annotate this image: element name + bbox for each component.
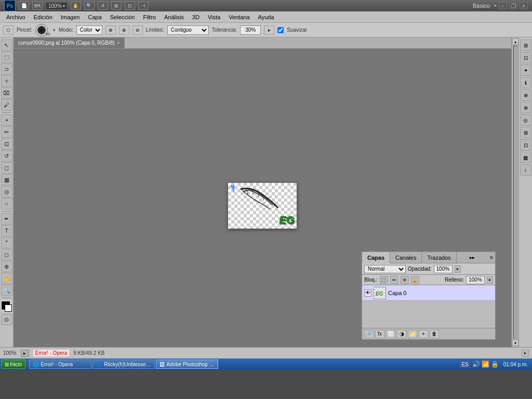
taskbar-network-icon[interactable]: 📶 bbox=[482, 361, 489, 368]
type-tool[interactable]: T bbox=[1, 225, 12, 236]
new-layer-btn[interactable]: + bbox=[419, 330, 428, 338]
menu-edicion[interactable]: Edición bbox=[30, 13, 57, 21]
right-btn-5[interactable]: ⊕ bbox=[520, 89, 531, 101]
lock-image[interactable]: ✏ bbox=[390, 276, 398, 284]
zoom-tool[interactable]: 🔍 bbox=[84, 2, 95, 10]
restore-button[interactable]: ❐ bbox=[509, 2, 517, 9]
delete-layer-btn[interactable]: 🗑 bbox=[430, 330, 439, 338]
3d-tool[interactable]: ⊕ bbox=[1, 261, 12, 272]
minimize-button[interactable]: − bbox=[499, 2, 507, 9]
tab-capas[interactable]: Capas bbox=[362, 252, 390, 263]
rect-select-tool[interactable]: ⬚ bbox=[1, 51, 12, 63]
right-btn-6[interactable]: ⊗ bbox=[520, 102, 531, 113]
add-style-btn[interactable]: fx bbox=[375, 330, 384, 338]
menu-3d[interactable]: 3D bbox=[188, 13, 204, 21]
menu-ayuda[interactable]: Ayuda bbox=[254, 13, 278, 21]
taskbar-item-0[interactable]: 🌐 Error! - Opera bbox=[29, 360, 91, 369]
brush-tool[interactable]: ✏ bbox=[1, 126, 12, 138]
magic-wand-tool[interactable]: ✧ bbox=[1, 75, 12, 87]
sample-icon3[interactable]: ⊘ bbox=[132, 25, 143, 35]
close-button[interactable]: × bbox=[520, 2, 528, 9]
brush-dropdown[interactable]: ▾ bbox=[53, 28, 56, 33]
status-expand-btn[interactable]: ▸ bbox=[522, 350, 529, 357]
lasso-tool[interactable]: ⊃ bbox=[1, 63, 12, 75]
zoom-tool-left[interactable]: 🔍 bbox=[1, 285, 12, 296]
quick-mask-tool[interactable]: ⊙ bbox=[1, 314, 12, 325]
extra2-tool[interactable]: ⊣ bbox=[138, 2, 149, 10]
crop-tool[interactable]: ⌧ bbox=[1, 87, 12, 99]
workspace-chevron[interactable]: ▾ bbox=[494, 3, 497, 8]
add-mask-btn[interactable]: ⬜ bbox=[386, 330, 395, 338]
right-btn-1[interactable]: ⊞ bbox=[520, 39, 531, 51]
menu-capa[interactable]: Capa bbox=[84, 13, 105, 21]
menu-filtro[interactable]: Filtro bbox=[139, 13, 159, 21]
menu-vista[interactable]: Vista bbox=[204, 13, 224, 21]
menu-archivo[interactable]: Archivo bbox=[2, 13, 30, 21]
doc-tab[interactable]: cursor0000.png al 100% (Capa 0, RGB/8) × bbox=[14, 37, 125, 49]
pen-tool[interactable]: ✒ bbox=[1, 213, 12, 224]
sample-icon2[interactable]: ⊗ bbox=[119, 25, 129, 35]
scroll-down-btn[interactable]: ▾ bbox=[512, 340, 518, 346]
doc-tab-close[interactable]: × bbox=[117, 40, 120, 46]
rotate-tool[interactable]: ↺ bbox=[98, 2, 108, 10]
new-group-btn[interactable]: 📁 bbox=[408, 330, 417, 338]
healing-tool[interactable]: ⌖ bbox=[1, 114, 12, 126]
link-layers-btn[interactable]: 🔗 bbox=[364, 330, 374, 338]
tolerance-arrow[interactable]: ▸ bbox=[264, 25, 274, 35]
doc-btn[interactable]: 📄 bbox=[19, 2, 29, 10]
color-swatch[interactable] bbox=[1, 301, 12, 312]
layers-options-btn[interactable]: ≡ bbox=[488, 254, 495, 261]
lock-position[interactable]: ✛ bbox=[401, 276, 409, 284]
path-tool[interactable]: ⌃ bbox=[1, 237, 12, 248]
foreground-color[interactable] bbox=[1, 301, 10, 310]
hand-tool-left[interactable]: ✋ bbox=[1, 273, 12, 284]
opacity-input[interactable] bbox=[434, 265, 453, 273]
right-btn-4[interactable]: ℹ bbox=[520, 77, 531, 88]
dodge-tool[interactable]: ○ bbox=[1, 198, 12, 209]
br-btn[interactable]: BR bbox=[32, 2, 43, 10]
v-scroll-track[interactable] bbox=[513, 46, 517, 339]
limits-select[interactable]: Contiguo bbox=[167, 25, 209, 35]
tab-trazados[interactable]: Trazados bbox=[422, 252, 456, 263]
layers-more-btn[interactable]: ▸▸ bbox=[468, 254, 477, 261]
tolerance-input[interactable] bbox=[240, 25, 261, 35]
view-tool[interactable]: ⊞ bbox=[111, 2, 122, 10]
menu-seleccion[interactable]: Selección bbox=[106, 13, 139, 21]
gradient-tool[interactable]: ▦ bbox=[1, 174, 12, 185]
background-color[interactable] bbox=[5, 304, 12, 312]
mode-select[interactable]: Color bbox=[76, 25, 102, 35]
shape-tool[interactable]: ◻ bbox=[1, 249, 12, 260]
move-tool[interactable]: ↖ bbox=[1, 39, 12, 51]
layer-mode-select[interactable]: Normal bbox=[364, 265, 406, 273]
right-btn-7[interactable]: ◎ bbox=[520, 114, 531, 126]
status-nav-btn[interactable]: ▸ bbox=[21, 350, 29, 357]
sample-icon1[interactable]: ⊕ bbox=[105, 25, 116, 35]
hand-tool[interactable]: ✋ bbox=[71, 2, 81, 10]
eraser-tool[interactable]: ◻ bbox=[1, 162, 12, 174]
layer-visibility[interactable]: 👁 bbox=[364, 289, 371, 297]
start-button[interactable]: ⊞ Inicio bbox=[1, 360, 25, 369]
menu-ventana[interactable]: Ventana bbox=[224, 13, 254, 21]
fill-arrow[interactable]: ▸ bbox=[487, 276, 493, 284]
right-btn-3[interactable]: ✦ bbox=[520, 64, 531, 76]
taskbar-item-1[interactable]: 👤 Riicky(h)Unblesse... bbox=[92, 360, 155, 369]
zoom-display[interactable]: 100% ▾ bbox=[46, 2, 68, 10]
tool-preset-btn[interactable]: ⬡ bbox=[3, 25, 14, 35]
fill-input[interactable] bbox=[466, 276, 485, 284]
extra-tool[interactable]: ⊡ bbox=[125, 2, 135, 10]
scroll-up-btn[interactable]: ▴ bbox=[512, 38, 518, 45]
brush-preview-btn[interactable]: 30 bbox=[35, 24, 50, 36]
layer-row[interactable]: 👁 EG Capa 0 bbox=[362, 285, 495, 301]
blur-tool[interactable]: ◎ bbox=[1, 186, 12, 197]
lock-all[interactable]: 🔒 bbox=[411, 276, 419, 284]
taskbar-speaker-icon[interactable]: 🔊 bbox=[472, 361, 480, 368]
tab-canales[interactable]: Canales bbox=[390, 252, 422, 263]
taskbar-item-2[interactable]: 🖼 Adobe Photoshop ... bbox=[156, 360, 218, 369]
right-btn-8[interactable]: ⊞ bbox=[520, 127, 531, 138]
eyedropper-tool[interactable]: 🖋 bbox=[1, 99, 12, 111]
opacity-arrow[interactable]: ▸ bbox=[455, 265, 461, 273]
smooth-checkbox[interactable] bbox=[277, 27, 284, 33]
right-btn-9[interactable]: ⊡ bbox=[520, 139, 531, 151]
menu-imagen[interactable]: Imagen bbox=[57, 13, 84, 21]
clone-tool[interactable]: ⊡ bbox=[1, 138, 12, 150]
